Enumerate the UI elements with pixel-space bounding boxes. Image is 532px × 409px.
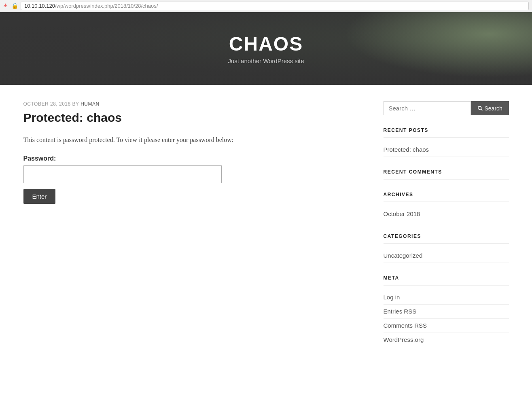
meta-comments-rss-link[interactable]: Comments RSS xyxy=(384,322,427,329)
post-content: This content is password protected. To v… xyxy=(23,134,359,145)
page-wrap: OCTOBER 28, 2018 BY HUMAN Protected: cha… xyxy=(15,85,517,375)
url-host: 10.10.10.120 xyxy=(24,3,55,9)
archives-widget: ARCHIVES October 2018 xyxy=(384,192,509,221)
post-by: BY xyxy=(72,101,81,107)
svg-line-1 xyxy=(481,109,482,110)
categories-list: Uncategorized xyxy=(384,249,509,263)
category-link[interactable]: Uncategorized xyxy=(384,252,423,259)
categories-title: CATEGORIES xyxy=(384,233,509,244)
list-item: Protected: chaos xyxy=(384,143,509,157)
list-item: Uncategorized xyxy=(384,249,509,263)
recent-comments-title: RECENT COMMENTS xyxy=(384,169,509,180)
search-button-label: Search xyxy=(485,105,502,112)
meta-login-link[interactable]: Log in xyxy=(384,294,400,301)
enter-button[interactable]: Enter xyxy=(23,189,56,204)
recent-post-link[interactable]: Protected: chaos xyxy=(384,146,429,153)
svg-point-0 xyxy=(478,106,481,109)
article: OCTOBER 28, 2018 BY HUMAN Protected: cha… xyxy=(23,101,359,204)
meta-widget: META Log in Entries RSS Comments RSS Wor… xyxy=(384,275,509,347)
meta-title: META xyxy=(384,275,509,286)
list-item: Entries RSS xyxy=(384,305,509,319)
archives-list: October 2018 xyxy=(384,207,509,221)
meta-list: Log in Entries RSS Comments RSS WordPres… xyxy=(384,290,509,347)
search-input[interactable] xyxy=(384,101,471,115)
search-form: Search xyxy=(384,101,509,115)
list-item: Log in xyxy=(384,290,509,305)
site-tagline: Just another WordPress site xyxy=(228,57,304,64)
password-form: Password: Enter xyxy=(23,155,359,204)
site-title[interactable]: CHAOS xyxy=(229,33,303,55)
security-warning-icon: ⚠ xyxy=(3,3,10,9)
archive-link[interactable]: October 2018 xyxy=(384,210,420,217)
recent-posts-list: Protected: chaos xyxy=(384,143,509,157)
main-content: OCTOBER 28, 2018 BY HUMAN Protected: cha… xyxy=(23,101,359,359)
search-button[interactable]: Search xyxy=(471,101,509,115)
search-widget: Search xyxy=(384,101,509,115)
archives-title: ARCHIVES xyxy=(384,192,509,202)
password-label: Password: xyxy=(23,155,359,162)
url-path: /wp/wordpress/index.php/2018/10/28/chaos… xyxy=(55,3,158,9)
post-meta: OCTOBER 28, 2018 BY HUMAN xyxy=(23,101,359,107)
meta-entries-rss-link[interactable]: Entries RSS xyxy=(384,308,417,315)
lock-icon: 🔒 xyxy=(11,2,18,9)
sidebar: Search RECENT POSTS Protected: chaos REC… xyxy=(384,101,509,359)
recent-posts-widget: RECENT POSTS Protected: chaos xyxy=(384,127,509,157)
recent-comments-widget: RECENT COMMENTS xyxy=(384,169,509,180)
list-item: Comments RSS xyxy=(384,319,509,333)
post-title: Protected: chaos xyxy=(23,111,359,125)
post-author[interactable]: HUMAN xyxy=(81,101,100,107)
list-item: WordPress.org xyxy=(384,333,509,347)
list-item: October 2018 xyxy=(384,207,509,221)
password-input[interactable] xyxy=(23,165,222,183)
search-icon xyxy=(477,106,483,111)
site-header: CHAOS Just another WordPress site xyxy=(0,12,532,85)
address-bar[interactable]: 10.10.10.120/wp/wordpress/index.php/2018… xyxy=(21,2,529,10)
browser-bar: ⚠ 🔒 10.10.10.120/wp/wordpress/index.php/… xyxy=(0,0,532,12)
recent-posts-title: RECENT POSTS xyxy=(384,127,509,138)
categories-widget: CATEGORIES Uncategorized xyxy=(384,233,509,263)
browser-icons: ⚠ 🔒 xyxy=(3,2,18,9)
meta-wordpress-org-link[interactable]: WordPress.org xyxy=(384,336,424,343)
post-date: OCTOBER 28, 2018 xyxy=(23,101,71,107)
